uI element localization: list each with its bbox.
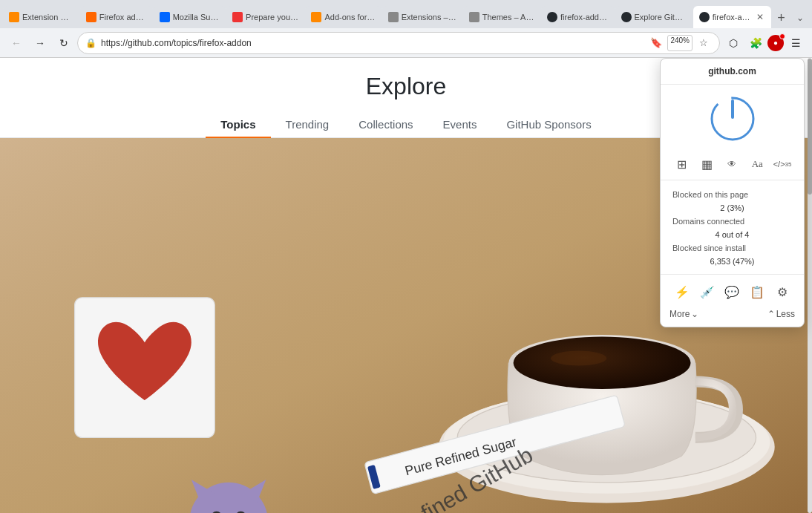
tab-9[interactable]: Explore GitHub... [615, 6, 693, 28]
blocked-this-page-value-row: 2 (3%) [672, 201, 792, 215]
action-dropper-btn[interactable]: 💉 [696, 281, 718, 303]
tab-10-label: firefox-addo... [713, 13, 753, 22]
blocked-this-page-label: Blocked on this page [672, 190, 748, 199]
popup-logo-area [661, 85, 804, 148]
back-button[interactable]: ← [6, 33, 27, 53]
reload-button[interactable]: ↻ [53, 33, 74, 53]
tab-4-favicon [232, 12, 243, 22]
tab-2-label: Firefox add-ons [99, 13, 147, 22]
tab-10-close[interactable]: ✕ [755, 12, 765, 22]
scrollbar-thumb[interactable] [808, 59, 812, 195]
toolbar-code-btn[interactable]: </>35 [771, 153, 793, 175]
tab-4[interactable]: Prepare your Fi... [226, 6, 304, 28]
popup-more-less-row: More ⌄ ⌃ Less [661, 306, 804, 319]
toolbar-icon-2[interactable]: ▦ [696, 153, 718, 175]
tab-8-label: firefox-addon-... [560, 13, 608, 22]
menu-button[interactable]: ☰ [785, 33, 806, 53]
domains-connected-value-row: 4 out of 4 [672, 228, 792, 241]
popup-more-button[interactable]: More ⌄ [669, 309, 698, 319]
blocked-since-install-value: 6,353 (47%) [710, 257, 755, 266]
tab-5-favicon [311, 12, 321, 22]
notification-badge [779, 33, 785, 39]
tab-1-favicon [9, 12, 19, 22]
blocked-since-install-value-row: 6,353 (47%) [672, 255, 792, 268]
extension-popup: github.com ⊞ ▦ 👁 Aa </>35 Blocked on [660, 58, 805, 327]
toolbar-font-btn[interactable]: Aa [746, 153, 768, 175]
toolbar-icon-3[interactable]: 👁 [721, 153, 743, 175]
page-content: Explore Topics Trending Collections Even… [0, 58, 812, 513]
svg-point-7 [551, 350, 606, 365]
tab-1[interactable]: Extension Basi... [3, 6, 79, 28]
action-chat-btn[interactable]: 💬 [721, 281, 743, 303]
address-bar[interactable]: 🔒 https://github.com/topics/firefox-addo… [77, 32, 720, 54]
nav-item-sponsors[interactable]: GitHub Sponsors [491, 112, 606, 138]
domains-connected-row: Domains connected [672, 215, 792, 228]
tab-3-label: Mozilla Support [173, 13, 220, 22]
tab-5[interactable]: Add-ons for Fir... [305, 6, 381, 28]
popup-action-buttons: ⚡ 💉 💬 📋 ⚙ [661, 274, 804, 306]
chevron-up-icon: ⌃ [767, 309, 775, 319]
browser-frame: Extension Basi... Firefox add-ons Mozill… [0, 0, 812, 513]
star-icon[interactable]: ☆ [695, 35, 712, 51]
power-svg-icon [710, 97, 755, 141]
tab-9-favicon [621, 12, 632, 22]
action-settings-btn[interactable]: ⚙ [771, 281, 793, 303]
toolbar-icon-1[interactable]: ⊞ [671, 153, 693, 175]
tab-bar: Extension Basi... Firefox add-ons Mozill… [0, 0, 812, 28]
nav-bar: ← → ↻ 🔒 https://github.com/topics/firefo… [0, 28, 812, 58]
tab-6-label: Extensions – Ad... [402, 13, 456, 22]
tab-10[interactable]: firefox-addo... ✕ [693, 6, 772, 28]
tab-9-label: Explore GitHub... [635, 13, 687, 22]
action-lightning-btn[interactable]: ⚡ [671, 281, 693, 303]
nav-item-trending[interactable]: Trending [271, 112, 344, 138]
forward-button[interactable]: → [30, 33, 50, 53]
action-list-btn[interactable]: 📋 [746, 281, 768, 303]
blocked-this-page-row: Blocked on this page [672, 188, 792, 201]
tab-2[interactable]: Firefox add-ons [80, 6, 153, 28]
new-tab-button[interactable]: + [772, 7, 790, 28]
blocked-this-page-value: 2 (3%) [720, 203, 744, 212]
tab-3[interactable]: Mozilla Support [154, 6, 226, 28]
tab-7-label: Themes – Add-... [482, 13, 534, 22]
tab-8[interactable]: firefox-addon-... [541, 6, 614, 28]
power-icon [710, 97, 755, 141]
zoom-level: 240% [667, 35, 693, 51]
svg-point-6 [514, 337, 691, 389]
domains-connected-value: 4 out of 4 [716, 230, 750, 239]
tab-7-favicon [469, 12, 479, 22]
tab-4-label: Prepare your Fi... [246, 13, 298, 22]
tab-5-label: Add-ons for Fir... [324, 13, 375, 22]
tab-6-favicon [388, 12, 399, 22]
tab-1-label: Extension Basi... [22, 13, 73, 22]
pocket-button[interactable]: ⬡ [723, 33, 744, 53]
nav-item-events[interactable]: Events [428, 112, 492, 138]
popup-stats: Blocked on this page 2 (3%) Domains conn… [661, 185, 804, 271]
url-display: https://github.com/topics/firefox-addon [101, 38, 644, 48]
scrollbar[interactable] [808, 58, 812, 513]
domains-connected-label: Domains connected [672, 217, 744, 226]
tab-6[interactable]: Extensions – Ad... [382, 6, 462, 28]
popup-domain: github.com [661, 59, 804, 85]
tab-10-favicon [699, 12, 710, 22]
nav-item-topics[interactable]: Topics [206, 112, 270, 138]
popup-less-button[interactable]: ⌃ Less [767, 309, 795, 319]
popup-toolbar: ⊞ ▦ 👁 Aa </>35 [661, 148, 804, 180]
tab-7[interactable]: Themes – Add-... [463, 6, 540, 28]
tab-overflow-button[interactable]: ⌄ [791, 7, 809, 28]
security-lock-icon: 🔒 [85, 38, 96, 48]
more-label: More [669, 309, 690, 319]
chevron-down-icon: ⌄ [691, 309, 698, 319]
address-actions: 🔖 240% ☆ [648, 35, 712, 51]
blocked-since-install-label: Blocked since install [672, 244, 746, 252]
nav-right-buttons: ⬡ 🧩 ● ☰ [723, 33, 806, 53]
tab-8-favicon [547, 12, 557, 22]
less-label: Less [776, 309, 795, 319]
blocked-since-install-row: Blocked since install [672, 241, 792, 255]
tab-3-favicon [160, 12, 170, 22]
nav-item-collections[interactable]: Collections [344, 112, 428, 138]
extensions-button[interactable]: 🧩 [745, 33, 766, 53]
profile-avatar[interactable]: ● [767, 35, 784, 51]
tab-2-favicon [86, 12, 96, 22]
bookmark-icon[interactable]: 🔖 [648, 35, 664, 51]
